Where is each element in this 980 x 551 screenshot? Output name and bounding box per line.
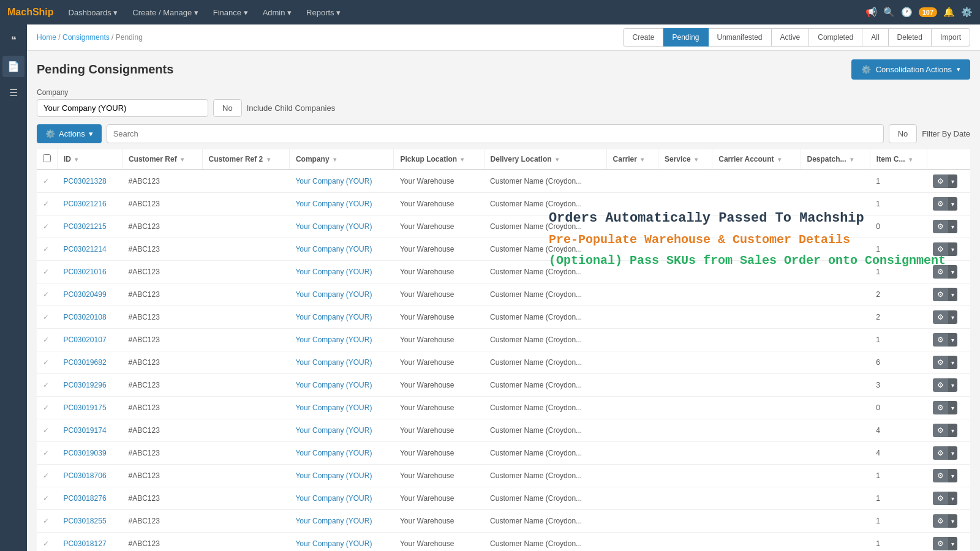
row-gear-button[interactable]: ⚙ <box>933 310 948 324</box>
breadcrumb-home[interactable]: Home <box>37 33 56 42</box>
row-gear-button[interactable]: ⚙ <box>933 288 948 301</box>
notification-badge[interactable]: 107 <box>919 7 937 17</box>
row-gear-dropdown[interactable]: ▾ <box>948 492 957 505</box>
row-checkbox[interactable]: ✓ <box>43 471 49 480</box>
row-gear-button[interactable]: ⚙ <box>933 356 948 369</box>
row-id[interactable]: PC03020499 <box>58 283 123 306</box>
header-service[interactable]: Service ▾ <box>658 149 712 170</box>
row-checkbox-cell[interactable]: ✓ <box>37 465 58 487</box>
row-checkbox[interactable]: ✓ <box>43 313 49 321</box>
row-id[interactable]: PC03018276 <box>58 487 123 510</box>
header-item-count[interactable]: Item C... ▾ <box>870 149 927 170</box>
row-checkbox[interactable]: ✓ <box>43 381 49 389</box>
row-gear-button[interactable]: ⚙ <box>933 220 948 233</box>
row-company[interactable]: Your Company (YOUR) <box>289 397 394 419</box>
row-id[interactable]: PC03021215 <box>58 216 123 238</box>
row-gear-button[interactable]: ⚙ <box>933 424 948 437</box>
row-company[interactable]: Your Company (YOUR) <box>289 533 394 552</box>
row-checkbox[interactable]: ✓ <box>43 403 49 412</box>
row-company[interactable]: Your Company (YOUR) <box>289 238 394 261</box>
row-company[interactable]: Your Company (YOUR) <box>289 510 394 533</box>
header-delivery-location[interactable]: Delivery Location ▾ <box>484 149 606 170</box>
breadcrumb-consignments[interactable]: Consignments <box>62 33 110 42</box>
row-id[interactable]: PC03019175 <box>58 397 123 419</box>
row-checkbox[interactable]: ✓ <box>43 245 49 253</box>
row-id[interactable]: PC03019682 <box>58 351 123 374</box>
select-all-header[interactable] <box>37 149 58 170</box>
row-gear-dropdown[interactable]: ▾ <box>948 469 957 482</box>
row-id[interactable]: PC03019039 <box>58 442 123 465</box>
row-gear-dropdown[interactable]: ▾ <box>948 514 957 528</box>
row-company[interactable]: Your Company (YOUR) <box>289 170 394 193</box>
tab-pending[interactable]: Pending <box>663 28 708 47</box>
clock-icon[interactable]: 🕐 <box>901 7 913 18</box>
row-gear-button[interactable]: ⚙ <box>933 401 948 414</box>
row-checkbox-cell[interactable]: ✓ <box>37 238 58 261</box>
row-id[interactable]: PC03021214 <box>58 238 123 261</box>
header-carrier[interactable]: Carrier ▾ <box>606 149 658 170</box>
row-id[interactable]: PC03020108 <box>58 306 123 329</box>
row-checkbox[interactable]: ✓ <box>43 177 49 186</box>
row-checkbox-cell[interactable]: ✓ <box>37 487 58 510</box>
settings-icon[interactable]: ⚙️ <box>961 7 973 18</box>
row-gear-dropdown[interactable]: ▾ <box>948 378 957 392</box>
nav-create-manage[interactable]: Create / Manage ▾ <box>126 4 204 21</box>
row-checkbox-cell[interactable]: ✓ <box>37 216 58 238</box>
row-company[interactable]: Your Company (YOUR) <box>289 465 394 487</box>
nav-reports[interactable]: Reports ▾ <box>300 4 347 21</box>
header-id[interactable]: ID ▾ <box>58 149 123 170</box>
row-gear-button[interactable]: ⚙ <box>933 197 948 211</box>
header-company[interactable]: Company ▾ <box>289 149 394 170</box>
row-id[interactable]: PC03019174 <box>58 419 123 442</box>
row-id[interactable]: PC03018255 <box>58 510 123 533</box>
megaphone-icon[interactable]: 📢 <box>865 7 877 18</box>
row-checkbox-cell[interactable]: ✓ <box>37 351 58 374</box>
header-despatch[interactable]: Despatch... ▾ <box>801 149 870 170</box>
sidebar-document-icon[interactable]: 📄 <box>2 56 24 77</box>
row-id[interactable]: PC03018127 <box>58 533 123 552</box>
row-checkbox[interactable]: ✓ <box>43 200 49 208</box>
row-id[interactable]: PC03021216 <box>58 193 123 216</box>
row-company[interactable]: Your Company (YOUR) <box>289 419 394 442</box>
row-checkbox[interactable]: ✓ <box>43 290 49 299</box>
row-gear-button[interactable]: ⚙ <box>933 242 948 256</box>
row-gear-dropdown[interactable]: ▾ <box>948 333 957 347</box>
nav-admin[interactable]: Admin ▾ <box>257 4 298 21</box>
nav-finance[interactable]: Finance ▾ <box>207 4 254 21</box>
row-checkbox[interactable]: ✓ <box>43 539 49 548</box>
row-gear-dropdown[interactable]: ▾ <box>948 310 957 324</box>
row-gear-dropdown[interactable]: ▾ <box>948 197 957 211</box>
row-company[interactable]: Your Company (YOUR) <box>289 442 394 465</box>
tab-completed[interactable]: Completed <box>809 28 862 47</box>
row-gear-button[interactable]: ⚙ <box>933 265 948 279</box>
row-checkbox-cell[interactable]: ✓ <box>37 261 58 283</box>
row-checkbox[interactable]: ✓ <box>43 517 49 525</box>
row-id[interactable]: PC03021016 <box>58 261 123 283</box>
row-gear-dropdown[interactable]: ▾ <box>948 220 957 233</box>
company-input[interactable] <box>37 99 208 117</box>
row-checkbox-cell[interactable]: ✓ <box>37 306 58 329</box>
row-gear-dropdown[interactable]: ▾ <box>948 174 957 188</box>
tab-import[interactable]: Import <box>932 28 970 47</box>
tab-deleted[interactable]: Deleted <box>889 28 932 47</box>
tab-all[interactable]: All <box>862 28 888 47</box>
row-checkbox-cell[interactable]: ✓ <box>37 170 58 193</box>
search-icon[interactable]: 🔍 <box>883 7 895 18</box>
row-gear-button[interactable]: ⚙ <box>933 378 948 392</box>
header-customer-ref[interactable]: Customer Ref ▾ <box>122 149 202 170</box>
row-company[interactable]: Your Company (YOUR) <box>289 306 394 329</box>
row-checkbox[interactable]: ✓ <box>43 335 49 344</box>
row-checkbox-cell[interactable]: ✓ <box>37 397 58 419</box>
row-id[interactable]: PC03021328 <box>58 170 123 193</box>
nav-dashboards[interactable]: Dashboards ▾ <box>62 4 124 21</box>
row-gear-dropdown[interactable]: ▾ <box>948 424 957 437</box>
row-gear-dropdown[interactable]: ▾ <box>948 446 957 460</box>
row-checkbox[interactable]: ✓ <box>43 358 49 367</box>
sidebar-menu-icon[interactable]: ☰ <box>4 82 23 103</box>
row-checkbox-cell[interactable]: ✓ <box>37 329 58 351</box>
filter-date-toggle[interactable]: No <box>889 124 918 143</box>
row-company[interactable]: Your Company (YOUR) <box>289 193 394 216</box>
tab-create[interactable]: Create <box>623 28 663 47</box>
row-gear-dropdown[interactable]: ▾ <box>948 242 957 256</box>
row-id[interactable]: PC03020107 <box>58 329 123 351</box>
